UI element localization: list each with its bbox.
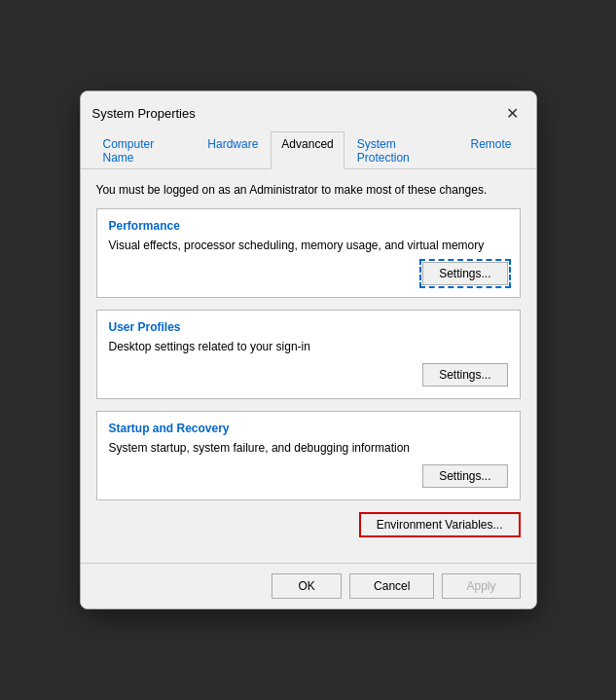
cancel-button[interactable]: Cancel [349,573,434,599]
startup-recovery-btn-row: Settings... [109,464,508,488]
tab-system-protection[interactable]: System Protection [346,131,458,169]
tab-advanced[interactable]: Advanced [271,131,344,169]
performance-desc: Visual effects, processor scheduling, me… [109,239,508,252]
tab-content: You must be logged on as an Administrato… [81,169,536,563]
startup-recovery-desc: System startup, system failure, and debu… [109,441,508,455]
startup-recovery-settings-button[interactable]: Settings... [422,464,507,488]
admin-notice: You must be logged on as an Administrato… [96,183,521,197]
startup-recovery-section: Startup and Recovery System startup, sys… [96,411,521,500]
performance-section: Performance Visual effects, processor sc… [96,208,521,298]
startup-recovery-title: Startup and Recovery [109,422,508,435]
environment-variables-button[interactable]: Environment Variables... [359,512,521,537]
env-variables-row: Environment Variables... [96,512,521,537]
tab-hardware[interactable]: Hardware [197,131,269,169]
user-profiles-desc: Desktop settings related to your sign-in [109,340,508,353]
title-bar: System Properties ✕ [81,92,536,125]
user-profiles-btn-row: Settings... [109,363,508,387]
tab-remote[interactable]: Remote [459,131,522,169]
ok-button[interactable]: OK [272,573,342,599]
user-profiles-section: User Profiles Desktop settings related t… [96,310,521,399]
system-properties-dialog: System Properties ✕ Computer Name Hardwa… [80,91,537,609]
performance-title: Performance [109,219,508,233]
dialog-footer: OK Cancel Apply [81,563,536,608]
user-profiles-settings-button[interactable]: Settings... [422,363,507,387]
performance-settings-button[interactable]: Settings... [422,262,507,285]
tab-computer-name[interactable]: Computer Name [92,131,196,169]
close-button[interactable]: ✕ [501,101,525,125]
user-profiles-title: User Profiles [109,320,508,334]
apply-button[interactable]: Apply [442,573,520,599]
tabs-container: Computer Name Hardware Advanced System P… [81,125,536,169]
dialog-title: System Properties [92,106,196,121]
performance-btn-row: Settings... [109,262,508,285]
